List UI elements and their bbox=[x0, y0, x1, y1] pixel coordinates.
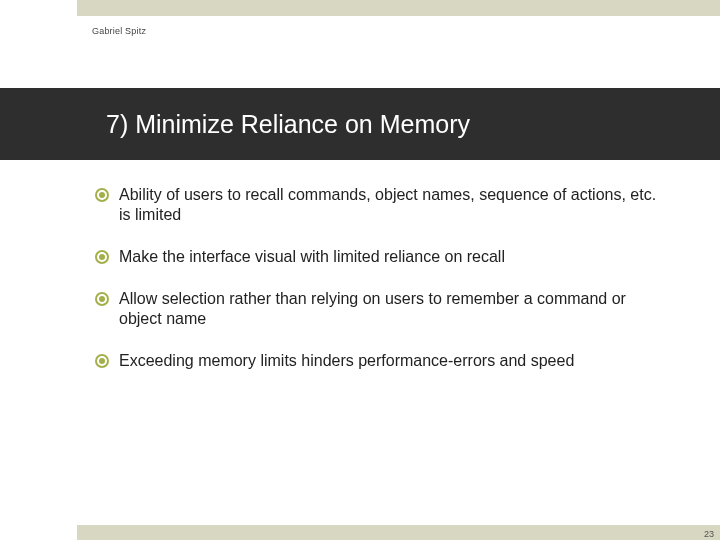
slide: Gabriel Spitz 7) Minimize Reliance on Me… bbox=[0, 0, 720, 540]
title-band: 7) Minimize Reliance on Memory bbox=[0, 88, 720, 160]
list-item: Allow selection rather than relying on u… bbox=[95, 289, 660, 329]
page-number: 23 bbox=[704, 529, 714, 539]
slide-title: 7) Minimize Reliance on Memory bbox=[106, 110, 470, 139]
author-name: Gabriel Spitz bbox=[92, 26, 146, 36]
list-item: Make the interface visual with limited r… bbox=[95, 247, 660, 267]
bullet-text: Allow selection rather than relying on u… bbox=[119, 289, 660, 329]
bullet-text: Make the interface visual with limited r… bbox=[119, 247, 505, 267]
content-area: Ability of users to recall commands, obj… bbox=[95, 185, 660, 393]
bottom-accent-band bbox=[77, 525, 720, 540]
bullet-text: Ability of users to recall commands, obj… bbox=[119, 185, 660, 225]
bullet-icon bbox=[95, 354, 109, 368]
bullet-text: Exceeding memory limits hinders performa… bbox=[119, 351, 574, 371]
bullet-icon bbox=[95, 250, 109, 264]
bullet-icon bbox=[95, 292, 109, 306]
list-item: Exceeding memory limits hinders performa… bbox=[95, 351, 660, 371]
bullet-icon bbox=[95, 188, 109, 202]
top-accent-band bbox=[77, 0, 720, 16]
list-item: Ability of users to recall commands, obj… bbox=[95, 185, 660, 225]
